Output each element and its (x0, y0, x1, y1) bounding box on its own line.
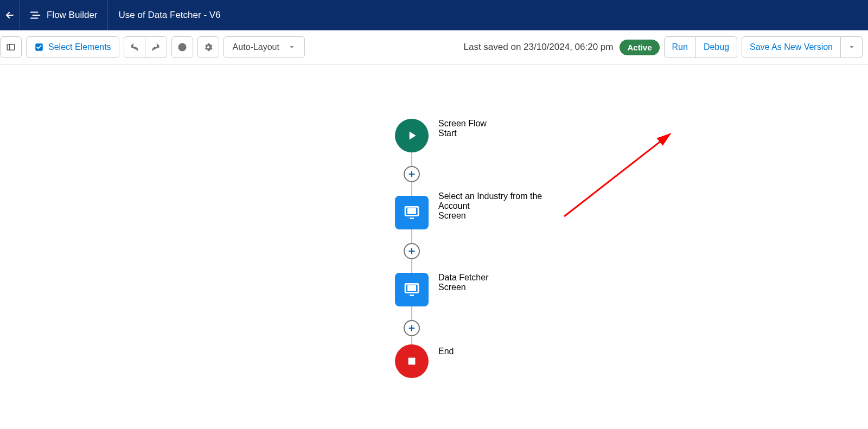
screen-node-icon (395, 273, 429, 306)
redo-icon (151, 42, 161, 52)
arrow-left-icon (4, 10, 15, 21)
save-as-label: Save As New Version (750, 42, 833, 52)
layout-mode-dropdown[interactable]: Auto-Layout (224, 36, 305, 58)
run-button[interactable]: Run (664, 36, 696, 58)
flow-name: Use of Data Fetcher - V6 (108, 10, 232, 21)
undo-button[interactable] (124, 36, 145, 58)
prohibit-icon (177, 42, 187, 52)
node2-title: Data Fetcher (438, 273, 569, 283)
undo-redo-group (124, 36, 167, 58)
connector (411, 306, 412, 320)
panel-left-icon (6, 42, 16, 52)
layout-mode-label: Auto-Layout (233, 42, 279, 52)
prohibit-button[interactable] (171, 36, 193, 58)
stop-icon (406, 355, 418, 367)
svg-rect-1 (7, 44, 15, 50)
app-title: Flow Builder (47, 10, 98, 21)
panel-toggle-button[interactable] (0, 36, 22, 58)
chevron-down-icon (288, 43, 296, 51)
end-node-title: End (438, 347, 569, 356)
select-elements-label: Select Elements (48, 42, 111, 52)
save-menu-button[interactable] (841, 36, 863, 58)
connector (411, 182, 412, 196)
svg-rect-18 (409, 358, 416, 365)
flow-node-screen-2[interactable]: Data Fetcher Screen (395, 273, 429, 306)
monitor-icon (403, 281, 420, 298)
add-node-button[interactable] (404, 243, 420, 259)
debug-button[interactable]: Debug (696, 36, 737, 58)
connector (411, 229, 412, 243)
svg-rect-14 (408, 286, 415, 290)
save-as-new-version-button[interactable]: Save As New Version (742, 36, 841, 58)
brand: Flow Builder (20, 0, 108, 30)
save-group: Save As New Version (742, 36, 863, 58)
plus-icon (407, 170, 416, 178)
node1-subtitle: Screen (438, 211, 569, 221)
settings-button[interactable] (197, 36, 219, 58)
gear-icon (203, 42, 213, 52)
plus-icon (407, 324, 416, 332)
node1-title: Select an Industry from the Account (438, 191, 569, 211)
flow-node-screen-1[interactable]: Select an Industry from the Account Scre… (395, 196, 429, 229)
checkbox-icon (34, 42, 44, 52)
app-header: Flow Builder Use of Data Fetcher - V6 (0, 0, 868, 30)
play-icon (405, 129, 419, 143)
debug-label: Debug (704, 42, 729, 52)
connector (411, 336, 412, 344)
add-node-button[interactable] (404, 166, 420, 182)
run-label: Run (672, 42, 688, 52)
start-node-subtitle: Start (438, 129, 569, 138)
end-node-icon (395, 344, 429, 378)
svg-line-19 (564, 134, 670, 216)
chevron-down-icon (848, 43, 856, 51)
screen-node-icon (395, 196, 429, 229)
flow-column: Screen Flow Start Select an Industry fro… (395, 119, 429, 378)
annotation-arrow (559, 130, 684, 222)
node2-subtitle: Screen (438, 283, 569, 292)
flow-builder-icon (29, 9, 41, 21)
flow-node-end[interactable]: End (395, 344, 429, 378)
add-node-button[interactable] (404, 320, 420, 336)
redo-button[interactable] (145, 36, 167, 58)
start-node-title: Screen Flow (438, 119, 569, 129)
flow-canvas[interactable]: Screen Flow Start Select an Industry fro… (0, 65, 868, 429)
svg-rect-9 (408, 209, 415, 213)
start-node-icon (395, 119, 429, 152)
status-badge: Active (620, 40, 659, 55)
last-saved-text: Last saved on 23/10/2024, 06:20 pm (464, 42, 614, 53)
toolbar: Select Elements Auto-Layout Last saved o… (0, 30, 868, 65)
run-debug-group: Run Debug (664, 36, 738, 58)
plus-icon (407, 247, 416, 255)
monitor-icon (403, 204, 420, 221)
undo-icon (130, 42, 139, 52)
connector (411, 259, 412, 273)
flow-node-start[interactable]: Screen Flow Start (395, 119, 429, 152)
connector (411, 152, 412, 166)
select-elements-button[interactable]: Select Elements (26, 36, 119, 58)
back-button[interactable] (0, 0, 20, 30)
